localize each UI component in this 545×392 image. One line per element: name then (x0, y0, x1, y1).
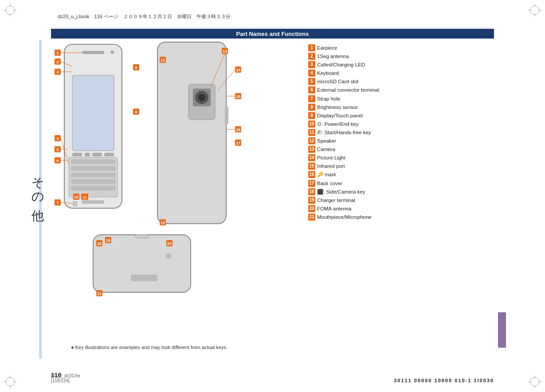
corner-crosshair-tr (528, 4, 541, 17)
svg-rect-31 (104, 153, 114, 156)
parts-list-item: 5microSD Card slot (308, 78, 494, 85)
page-title: Part Names and Functions (236, 31, 309, 37)
parts-list-item: 10⊙: Power/End key (308, 120, 494, 128)
svg-text:11: 11 (83, 195, 87, 199)
parts-list-item: 21Mouthpiece/Microphone (308, 213, 494, 221)
part-number-badge: 10 (308, 120, 315, 128)
part-number-badge: 17 (308, 180, 315, 187)
svg-text:8: 8 (135, 66, 137, 70)
svg-rect-34 (73, 202, 77, 206)
parts-list-item: 19Charger terminal (308, 197, 494, 204)
part-name-text: Keyboard (317, 70, 339, 77)
part-number-badge: 8 (308, 104, 315, 111)
svg-text:14: 14 (236, 68, 240, 72)
part-number-badge: 7 (308, 95, 315, 102)
part-number-badge: 21 (308, 213, 315, 221)
parts-list-item: 4Keyboard (308, 70, 494, 77)
svg-rect-23 (71, 159, 115, 164)
main-content: 1 2 3 4 5 6 7 (51, 40, 494, 365)
svg-text:16: 16 (236, 128, 240, 132)
svg-rect-32 (82, 51, 104, 54)
svg-rect-24 (71, 166, 115, 171)
part-name-text: Earpiece (317, 44, 337, 51)
part-number-badge: 1 (308, 44, 315, 51)
parts-list-item: 16🔑 mark (308, 171, 494, 178)
parts-list-item: 14Picture Light (308, 154, 494, 161)
parts-list-item: 20FOMA antenna (308, 205, 494, 212)
svg-text:2: 2 (56, 60, 59, 64)
part-name-text: Mouthpiece/Microphone (317, 213, 372, 221)
svg-rect-25 (71, 173, 115, 177)
purple-section-tab (498, 312, 506, 348)
svg-rect-26 (71, 179, 115, 184)
svg-point-33 (110, 50, 114, 54)
part-number-badge: 18 (308, 188, 315, 195)
corner-crosshair-br (528, 375, 541, 388)
parts-list: 1Earpiece21Seg antenna3Called/Charging L… (299, 40, 494, 365)
svg-rect-91 (93, 235, 191, 292)
separator-line (51, 27, 494, 28)
part-number-badge: 20 (308, 205, 315, 212)
svg-text:15: 15 (236, 94, 240, 99)
svg-text:7: 7 (56, 201, 59, 205)
parts-list-item: 21Seg antenna (308, 53, 494, 60)
part-name-text: ⬛: Side/Camera key (317, 188, 365, 195)
parts-list-item: 13Camera (308, 146, 494, 153)
part-name-text: Strap hole (317, 95, 340, 102)
parts-list-item: 3Called/Charging LED (308, 61, 494, 68)
header-bar: Part Names and Functions (51, 29, 494, 39)
svg-rect-30 (92, 153, 102, 156)
part-name-text: ⊙: Power/End key (317, 120, 359, 128)
svg-rect-28 (72, 153, 82, 156)
svg-text:1: 1 (56, 51, 59, 55)
svg-text:10: 10 (74, 195, 78, 199)
svg-text:18: 18 (97, 241, 102, 246)
parts-list-item: 17Back cover (308, 180, 494, 187)
parts-list-item: 1Earpiece (308, 44, 494, 51)
part-number-badge: 16 (308, 171, 315, 178)
part-name-text: External connector terminal (317, 86, 379, 93)
part-name-text: Called/Charging LED (317, 61, 365, 68)
part-number-badge: 15 (308, 163, 315, 170)
svg-text:20: 20 (167, 241, 172, 246)
device-illustrations: 1 2 3 4 5 6 7 (51, 40, 299, 365)
corner-crosshair-bl (4, 375, 17, 388)
svg-text:17: 17 (236, 141, 240, 145)
svg-rect-21 (72, 75, 114, 151)
part-number-badge: 13 (308, 146, 315, 153)
svg-rect-92 (131, 275, 157, 281)
svg-text:19: 19 (106, 238, 110, 243)
svg-text:3: 3 (56, 70, 59, 74)
part-name-text: Back cover (317, 180, 342, 187)
svg-rect-93 (135, 235, 149, 238)
svg-rect-35 (82, 200, 104, 204)
part-name-text: Picture Light (317, 154, 345, 161)
parts-list-item: 11✆: Start/Hands-free key (308, 129, 494, 136)
part-name-text: Infrared port (317, 163, 345, 170)
part-number-badge: 3 (308, 61, 315, 68)
svg-text:5: 5 (56, 147, 59, 152)
svg-rect-72 (225, 106, 228, 124)
parts-list-item: 9Display/Touch panel (308, 112, 494, 119)
corner-crosshair-tl (4, 4, 17, 17)
parts-list-item: 15Infrared port (308, 163, 494, 170)
parts-list-item: 6External connector terminal (308, 86, 494, 93)
part-number-badge: 4 (308, 70, 315, 77)
svg-text:21: 21 (97, 291, 102, 296)
part-name-text: microSD Card slot (317, 78, 358, 85)
svg-point-94 (166, 253, 171, 259)
part-number-badge: 19 (308, 197, 315, 204)
parts-list-item: 18⬛: Side/Camera key (308, 188, 494, 195)
svg-text:6: 6 (56, 159, 59, 163)
svg-text:13: 13 (223, 49, 227, 54)
parts-list-item: 8Brightness sensor (308, 104, 494, 111)
part-number-badge: 9 (308, 112, 315, 119)
part-name-text: Display/Touch panel (317, 112, 363, 119)
part-number-badge: 2 (308, 53, 315, 60)
part-number-badge: 6 (308, 86, 315, 93)
parts-list-item: 12Speaker (308, 137, 494, 144)
part-name-text: Charger terminal (317, 197, 355, 204)
svg-rect-29 (85, 153, 90, 156)
barcode-text: 30111 00000 10000 010-1 1I0030 (394, 378, 494, 383)
svg-text:12: 12 (161, 58, 165, 62)
